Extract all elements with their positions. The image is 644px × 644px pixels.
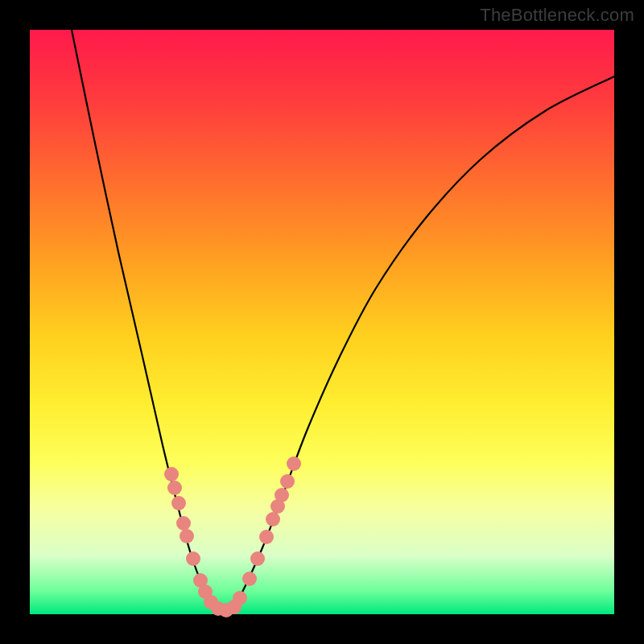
highlight-dot xyxy=(233,591,247,605)
highlight-dot xyxy=(176,516,191,530)
watermark-text: TheBottleneck.com xyxy=(480,5,634,26)
highlight-dot xyxy=(164,467,179,481)
chart-frame: TheBottleneck.com xyxy=(0,0,644,644)
highlight-dot xyxy=(287,456,301,471)
highlight-dot xyxy=(186,551,200,566)
curve-layer xyxy=(30,30,614,614)
highlight-dot xyxy=(242,572,257,586)
highlight-dot xyxy=(250,551,265,566)
highlight-dot xyxy=(275,488,289,502)
highlight-dot xyxy=(180,529,194,543)
highlight-dots xyxy=(164,456,301,617)
highlight-dot xyxy=(171,496,186,510)
plot-area xyxy=(30,30,614,614)
bottleneck-curve xyxy=(72,30,614,611)
highlight-dot xyxy=(167,481,182,495)
highlight-dot xyxy=(259,530,274,544)
highlight-dot xyxy=(280,474,295,489)
highlight-dot xyxy=(266,512,280,526)
